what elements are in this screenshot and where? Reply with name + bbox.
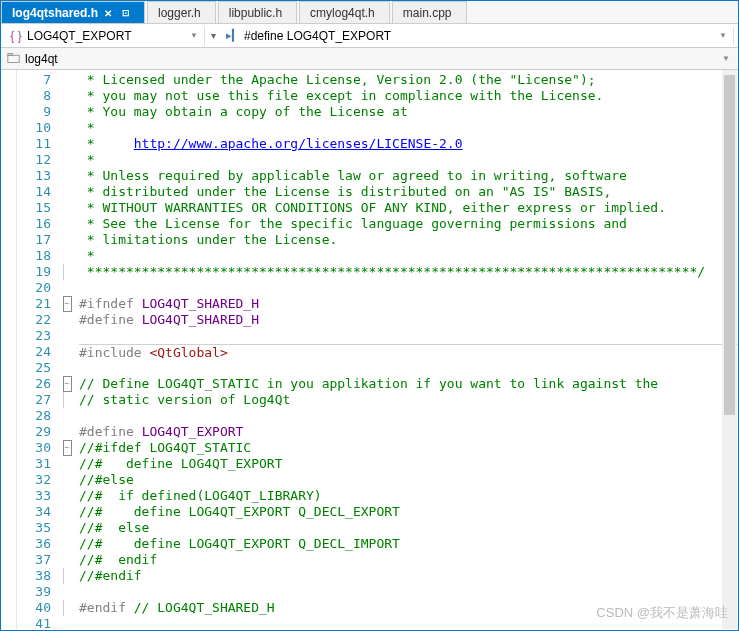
code-line[interactable]: //# endif [79,552,738,568]
fold-handle[interactable]: − [59,296,75,312]
code-line[interactable]: //# else [79,520,738,536]
fold-handle [59,536,75,552]
editor-wrap: 7891011121314151617181920212223242526272… [1,70,738,630]
code-line[interactable]: #define LOG4QT_SHARED_H [79,312,738,328]
fold-handle [59,616,75,631]
code-line[interactable] [79,408,738,424]
code-line[interactable]: * you may not use this file except in co… [79,88,738,104]
tab-file[interactable]: cmylog4qt.h [299,1,390,23]
code-line[interactable]: * http://www.apache.org/licenses/LICENSE… [79,136,738,152]
code-line[interactable]: #include <QtGlobal> [79,344,738,360]
fold-handle [59,152,75,168]
indicator-margin[interactable] [1,70,17,630]
tab-bar: log4qtshared.h✕logger.hlibpublic.hcmylog… [1,1,738,24]
code-line[interactable]: * Unless required by applicable law or a… [79,168,738,184]
line-number: 20 [17,280,51,296]
folding-margin[interactable]: −−− [59,70,75,630]
scrollbar-thumb[interactable] [724,75,735,415]
code-line[interactable]: // static version of Log4Qt [79,392,738,408]
code-line[interactable]: #define LOG4QT_EXPORT [79,424,738,440]
tab-label: main.cpp [403,6,452,20]
tab-file[interactable]: main.cpp [392,1,467,23]
fold-handle [59,200,75,216]
member-selector[interactable]: ▸▎ #define LOG4QT_EXPORT ▼ [222,27,734,45]
code-line[interactable]: //#endif [79,568,738,584]
line-number: 29 [17,424,51,440]
line-number: 21 [17,296,51,312]
code-area[interactable]: * Licensed under the Apache License, Ver… [75,70,738,630]
code-line[interactable] [79,616,738,630]
code-line[interactable]: * Licensed under the Apache License, Ver… [79,72,738,88]
context-breadcrumb[interactable]: log4qt ▼ [1,48,738,70]
line-number: 35 [17,520,51,536]
line-number: 13 [17,168,51,184]
code-line[interactable]: //#else [79,472,738,488]
line-number: 34 [17,504,51,520]
fold-handle [59,280,75,296]
code-line[interactable]: * distributed under the License is distr… [79,184,738,200]
code-line[interactable]: #ifndef LOG4QT_SHARED_H [79,296,738,312]
line-number: 14 [17,184,51,200]
line-number: 16 [17,216,51,232]
vertical-scrollbar[interactable]: ▴ [722,70,737,629]
code-line[interactable]: //# define LOG4QT_EXPORT [79,456,738,472]
code-line[interactable]: * See the License for the specific langu… [79,216,738,232]
fold-handle [59,216,75,232]
code-line[interactable] [79,360,738,376]
fold-handle [59,312,75,328]
line-number: 41 [17,616,51,631]
code-line[interactable] [79,280,738,296]
line-number: 9 [17,104,51,120]
fold-handle [59,248,75,264]
code-line[interactable]: * You may obtain a copy of the License a… [79,104,738,120]
close-icon[interactable]: ✕ [104,8,112,19]
code-line[interactable] [79,584,738,600]
code-line[interactable]: * [79,120,738,136]
tab-file[interactable]: logger.h [147,1,216,23]
fold-handle [59,520,75,536]
define-icon: ▸▎ [226,29,240,43]
code-line[interactable]: * WITHOUT WARRANTIES OR CONDITIONS OF AN… [79,200,738,216]
tab-label: libpublic.h [229,6,282,20]
line-number: 26 [17,376,51,392]
code-line[interactable]: * [79,248,738,264]
fold-handle [63,264,67,280]
svg-rect-1 [8,53,13,55]
chevron-down-icon[interactable]: ▼ [188,31,200,40]
fold-handle[interactable]: − [59,440,75,456]
code-line[interactable]: //# define LOG4QT_EXPORT Q_DECL_IMPORT [79,536,738,552]
fold-handle [59,232,75,248]
code-line[interactable]: // Define LOG4QT_STATIC in you applikati… [79,376,738,392]
line-number: 32 [17,472,51,488]
line-number: 30 [17,440,51,456]
code-line[interactable]: * [79,152,738,168]
tab-file[interactable]: libpublic.h [218,1,297,23]
scope-selector[interactable]: { } LOG4QT_EXPORT ▼ [5,27,205,45]
tab-label: cmylog4qt.h [310,6,375,20]
chevron-down-icon[interactable]: ▼ [717,31,729,40]
code-line[interactable]: //# define LOG4QT_EXPORT Q_DECL_EXPORT [79,504,738,520]
code-line[interactable]: //#ifdef LOG4QT_STATIC [79,440,738,456]
member-text: #define LOG4QT_EXPORT [244,29,391,43]
line-number: 18 [17,248,51,264]
tab-file[interactable]: log4qtshared.h✕ [1,1,145,23]
fold-handle [59,344,75,360]
code-line[interactable]: #endif // LOG4QT_SHARED_H [79,600,738,616]
line-number: 38 [17,568,51,584]
code-editor[interactable]: 7891011121314151617181920212223242526272… [17,70,738,630]
fold-handle [59,504,75,520]
line-number: 7 [17,72,51,88]
code-line[interactable]: ****************************************… [79,264,738,280]
split-toggle-icon[interactable]: ▾ [209,30,218,41]
line-number: 40 [17,600,51,616]
fold-handle [59,328,75,344]
code-line[interactable] [79,328,738,344]
code-line[interactable]: //# if defined(LOG4QT_LIBRARY) [79,488,738,504]
line-number: 17 [17,232,51,248]
fold-handle[interactable]: − [59,376,75,392]
line-number: 25 [17,360,51,376]
fold-handle [59,136,75,152]
code-line[interactable]: * limitations under the License. [79,232,738,248]
chevron-down-icon[interactable]: ▼ [720,54,732,63]
line-number: 10 [17,120,51,136]
